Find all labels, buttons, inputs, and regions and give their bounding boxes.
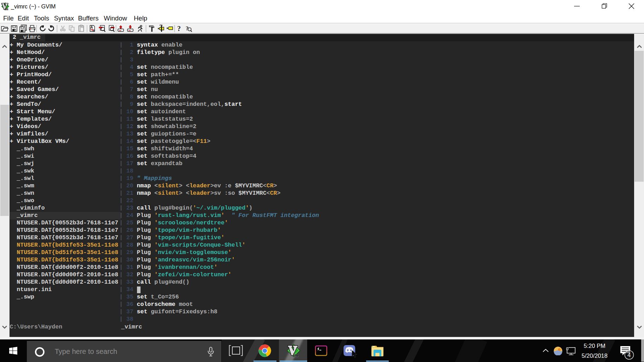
svg-text:A: A	[90, 25, 93, 29]
svg-text:im: im	[5, 7, 8, 11]
svg-text:?: ?	[177, 25, 181, 32]
svg-text:4: 4	[627, 352, 631, 358]
svg-text:im: im	[293, 352, 298, 357]
